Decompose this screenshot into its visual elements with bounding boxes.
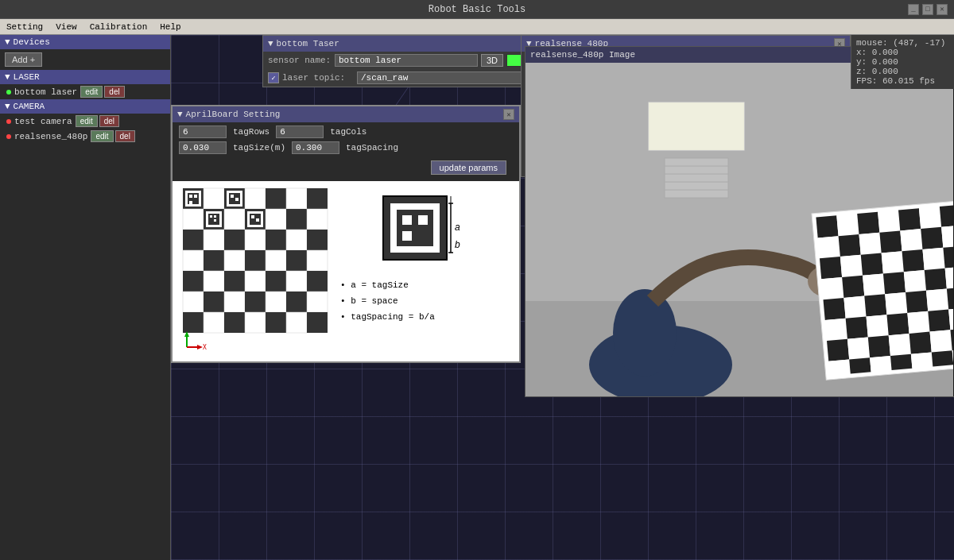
svg-rect-28 xyxy=(307,188,328,209)
svg-rect-135 xyxy=(820,257,842,279)
svg-rect-45 xyxy=(224,250,245,271)
svg-rect-61 xyxy=(266,292,286,312)
menu-bar: Setting View Calibration Help xyxy=(0,19,954,35)
svg-rect-57 xyxy=(183,292,204,312)
svg-rect-172 xyxy=(870,356,891,372)
svg-rect-59 xyxy=(224,292,245,312)
svg-rect-150 xyxy=(843,296,866,319)
tag-spacing-input[interactable] xyxy=(292,141,339,154)
legend-item-1: • b = space xyxy=(340,294,513,310)
camera0-edit-btn[interactable]: edit xyxy=(76,115,98,127)
svg-rect-122 xyxy=(836,214,859,236)
svg-rect-53 xyxy=(245,271,266,292)
svg-rect-40 xyxy=(266,230,286,250)
tag-cols-input[interactable] xyxy=(276,126,324,138)
svg-rect-145 xyxy=(883,272,906,294)
bottom-laser-title: ▼ bottom Taser xyxy=(268,39,339,48)
tag-cols-label: tagCols xyxy=(330,127,366,137)
tag-rows-input[interactable] xyxy=(179,126,227,138)
devices-header[interactable]: ▼ Devices xyxy=(0,35,170,49)
svg-rect-34 xyxy=(286,209,307,230)
laser-edit-btn[interactable]: edit xyxy=(80,86,103,98)
april-image-area: X xyxy=(173,181,519,361)
z-label: z: xyxy=(856,67,867,76)
svg-rect-63 xyxy=(307,292,328,312)
svg-rect-139 xyxy=(902,249,925,272)
3d-btn[interactable]: 3D xyxy=(481,54,503,67)
main-area: ▼ Devices Add + ▼ LASER bottom laser edi… xyxy=(0,35,954,560)
svg-rect-39 xyxy=(245,230,266,250)
camera1-name: realsense_480p xyxy=(14,132,87,141)
camera1-edit-btn[interactable]: edit xyxy=(91,130,113,142)
svg-rect-98 xyxy=(418,215,428,225)
svg-rect-147 xyxy=(925,268,947,291)
svg-rect-163 xyxy=(827,339,849,361)
y-label: y: xyxy=(856,57,867,67)
laser-topic-check[interactable]: ✓ xyxy=(268,72,279,83)
sensor-name-input[interactable] xyxy=(335,54,478,67)
menu-view[interactable]: View xyxy=(49,21,83,33)
menu-setting[interactable]: Setting xyxy=(0,21,49,33)
svg-rect-47 xyxy=(266,250,286,271)
svg-rect-65 xyxy=(204,312,224,333)
laser-arrow: ▼ xyxy=(5,72,10,82)
svg-rect-29 xyxy=(183,209,204,230)
svg-rect-158 xyxy=(867,315,889,337)
svg-rect-121 xyxy=(816,215,838,238)
svg-rect-132 xyxy=(900,229,922,251)
svg-rect-124 xyxy=(878,210,900,232)
camera0-del-btn[interactable]: del xyxy=(99,115,119,127)
svg-rect-168 xyxy=(930,330,952,352)
legend-item-0: • a = tagSize xyxy=(340,278,513,294)
update-params-btn[interactable]: update params xyxy=(431,160,506,175)
svg-text:a: a xyxy=(455,222,460,233)
svg-rect-149 xyxy=(823,298,845,320)
laser-header[interactable]: ▼ LASER xyxy=(0,70,170,84)
x-row: x: 0.000 xyxy=(856,48,949,57)
bottom-laser-arrow: ▼ xyxy=(268,39,273,48)
z-row: z: 0.000 xyxy=(856,67,949,76)
fps-label: FPS: xyxy=(856,76,877,86)
camera-item-1: realsense_480p edit del xyxy=(0,129,170,144)
menu-help[interactable]: Help xyxy=(153,21,187,33)
svg-rect-23 xyxy=(204,188,224,209)
svg-rect-69 xyxy=(286,312,307,333)
svg-rect-157 xyxy=(846,317,868,339)
add-button[interactable]: Add + xyxy=(5,52,42,67)
left-panel: ▼ Devices Add + ▼ LASER bottom laser edi… xyxy=(0,35,171,560)
laser-del-btn[interactable]: del xyxy=(104,86,124,98)
camera0-name: test camera xyxy=(14,117,72,126)
z-val: 0.000 xyxy=(872,67,898,76)
mouse-label: mouse: xyxy=(856,38,888,48)
svg-rect-134 xyxy=(941,226,953,248)
svg-rect-171 xyxy=(849,357,871,373)
svg-rect-42 xyxy=(307,230,328,250)
mouse-coords: (487, -17) xyxy=(893,38,945,48)
aprilboard-close[interactable]: ✕ xyxy=(503,109,514,120)
svg-rect-133 xyxy=(921,227,943,249)
svg-rect-54 xyxy=(266,271,286,292)
svg-rect-66 xyxy=(224,312,245,333)
svg-rect-99 xyxy=(402,231,412,241)
aprilboard-title: ▼ AprilBoard Setting xyxy=(177,110,280,119)
mouse-info-panel: mouse: (487, -17) x: 0.000 y: 0.000 z: 0… xyxy=(851,35,954,89)
svg-rect-41 xyxy=(286,230,307,250)
menu-calibration[interactable]: Calibration xyxy=(83,21,154,33)
laser-topic-label: laser topic: xyxy=(282,73,354,83)
camera-arrow: ▼ xyxy=(5,102,10,111)
mouse-coords-row: mouse: (487, -17) xyxy=(856,38,949,48)
camera-header[interactable]: ▼ CAMERA xyxy=(0,99,170,114)
camera-label: CAMERA xyxy=(14,102,45,111)
maximize-btn[interactable]: □ xyxy=(922,4,933,15)
svg-rect-88 xyxy=(256,218,259,222)
minimize-btn[interactable]: _ xyxy=(908,4,919,15)
laser-dot xyxy=(6,90,11,95)
svg-rect-68 xyxy=(266,312,286,333)
svg-rect-62 xyxy=(286,292,307,312)
close-btn[interactable]: ✕ xyxy=(937,4,948,15)
tag-size-input[interactable] xyxy=(179,141,227,154)
svg-rect-111 xyxy=(649,102,744,150)
svg-rect-125 xyxy=(898,208,921,230)
fps-row: FPS: 60.015 fps xyxy=(856,76,949,86)
camera1-del-btn[interactable]: del xyxy=(115,130,135,142)
